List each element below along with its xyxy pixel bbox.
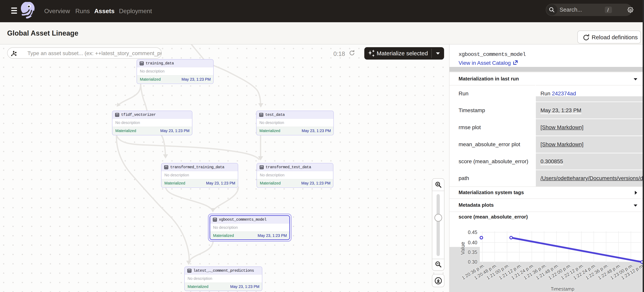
svg-text:0.35: 0.35 bbox=[468, 249, 477, 255]
svg-text:0.30: 0.30 bbox=[468, 259, 477, 264]
svg-text:Timestamp: Timestamp bbox=[551, 286, 574, 291]
svg-text:0.40: 0.40 bbox=[468, 240, 477, 245]
svg-text:Value: Value bbox=[460, 242, 466, 255]
svg-text:0.45: 0.45 bbox=[468, 229, 477, 235]
